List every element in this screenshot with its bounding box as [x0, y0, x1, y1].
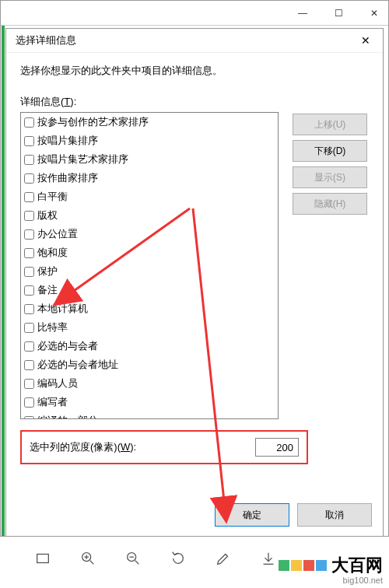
- reorder-buttons: 上移(U) 下移(D) 显示(S) 隐藏(H): [293, 114, 367, 419]
- logo-text: 大百网: [331, 554, 383, 577]
- accent-strip: [2, 26, 5, 536]
- list-item-checkbox[interactable]: [24, 211, 34, 221]
- list-item-label: 编码人员: [37, 376, 78, 391]
- site-logo: 大百网 big100.net: [279, 554, 383, 585]
- zoom-in-icon[interactable]: [79, 550, 96, 567]
- details-label-suffix: ):: [70, 96, 76, 107]
- move-down-button[interactable]: 下移(D): [293, 140, 367, 162]
- dialog-body: 选择你想显示的此文件夹中项目的详细信息。 详细信息(T): 按参与创作的艺术家排…: [6, 53, 383, 464]
- width-label-hotkey: W: [121, 441, 130, 453]
- list-item-checkbox[interactable]: [24, 304, 34, 314]
- list-item-label: 按唱片集艺术家排序: [37, 152, 128, 167]
- move-up-button[interactable]: 上移(U): [293, 114, 367, 135]
- list-item-label: 办公位置: [37, 226, 78, 242]
- list-item-checkbox[interactable]: [24, 285, 34, 296]
- dialog-close-button[interactable]: ✕: [358, 34, 373, 47]
- download-icon[interactable]: [260, 550, 277, 567]
- list-item-label: 编译的一部分: [37, 413, 98, 419]
- list-item-checkbox[interactable]: [24, 360, 34, 370]
- list-item-checkbox[interactable]: [24, 173, 34, 184]
- dialog-title-text: 选择详细信息: [16, 33, 76, 47]
- cancel-button[interactable]: 取消: [297, 503, 372, 527]
- svg-line-4: [90, 561, 94, 565]
- list-item-checkbox[interactable]: [24, 416, 34, 420]
- list-item[interactable]: 白平衡: [21, 187, 278, 206]
- list-item-label: 比特率: [37, 320, 68, 335]
- svg-line-8: [135, 561, 139, 565]
- list-item-checkbox[interactable]: [24, 155, 34, 165]
- svg-rect-2: [37, 555, 49, 563]
- minimize-button[interactable]: —: [292, 4, 314, 23]
- content-row: 按参与创作的艺术家排序按唱片集排序按唱片集艺术家排序按作曲家排序白平衡版权办公位…: [20, 112, 369, 419]
- window-titlebar: — ☐ ✕: [1, 1, 388, 26]
- list-item-checkbox[interactable]: [24, 379, 34, 389]
- viewer-toolbar: 大百网 big100.net: [0, 537, 389, 588]
- column-width-row: 选中列的宽度(像素)(W):: [20, 430, 308, 464]
- list-item-label: 备注: [37, 282, 58, 298]
- zoom-out-icon[interactable]: [124, 550, 142, 567]
- list-item[interactable]: 按唱片集排序: [21, 131, 278, 150]
- list-item[interactable]: 比特率: [21, 318, 278, 337]
- list-item[interactable]: 编写者: [21, 393, 278, 411]
- details-label-prefix: 详细信息(: [20, 96, 64, 107]
- dialog-footer: 确定 取消: [215, 503, 372, 527]
- width-label-prefix: 选中列的宽度(像素)(: [30, 441, 121, 453]
- logo-square: [291, 560, 302, 571]
- list-item-label: 必选的与会者地址: [37, 357, 118, 373]
- details-listbox[interactable]: 按参与创作的艺术家排序按唱片集排序按唱片集艺术家排序按作曲家排序白平衡版权办公位…: [20, 112, 279, 419]
- logo-square: [279, 560, 289, 571]
- list-item-label: 饱和度: [37, 245, 68, 261]
- list-item[interactable]: 保护: [21, 262, 278, 281]
- column-width-label: 选中列的宽度(像素)(W):: [30, 440, 136, 454]
- list-item-label: 保护: [37, 264, 58, 279]
- list-item-checkbox[interactable]: [24, 136, 34, 146]
- list-item[interactable]: 按参与创作的艺术家排序: [21, 113, 278, 131]
- dialog-instruction: 选择你想显示的此文件夹中项目的详细信息。: [20, 64, 369, 78]
- list-item[interactable]: 办公位置: [21, 225, 278, 243]
- logo-square: [316, 560, 327, 571]
- list-item[interactable]: 编码人员: [21, 374, 278, 393]
- list-item-label: 必选的与会者: [37, 338, 98, 354]
- edit-icon[interactable]: [215, 550, 232, 567]
- list-item[interactable]: 编译的一部分: [21, 411, 278, 419]
- window-close-button[interactable]: ✕: [363, 4, 385, 23]
- list-item[interactable]: 本地计算机: [21, 299, 278, 318]
- list-item-checkbox[interactable]: [24, 323, 34, 333]
- dialog-titlebar: 选择详细信息 ✕: [6, 29, 383, 53]
- list-item-checkbox[interactable]: [24, 229, 34, 240]
- list-item-checkbox[interactable]: [24, 192, 34, 202]
- list-item-label: 按参与创作的艺术家排序: [37, 114, 149, 130]
- rotate-icon[interactable]: [170, 550, 187, 567]
- width-label-suffix: ):: [130, 441, 136, 453]
- hide-button[interactable]: 隐藏(H): [293, 193, 367, 215]
- show-button[interactable]: 显示(S): [293, 166, 367, 188]
- list-item-label: 白平衡: [37, 189, 68, 205]
- list-item[interactable]: 饱和度: [21, 243, 278, 262]
- logo-square: [303, 560, 314, 571]
- column-width-input[interactable]: [255, 438, 299, 457]
- list-item-label: 本地计算机: [37, 301, 88, 317]
- fit-icon[interactable]: [34, 550, 51, 567]
- list-item-label: 编写者: [37, 394, 68, 410]
- list-item-checkbox[interactable]: [24, 117, 34, 128]
- list-item-checkbox[interactable]: [24, 248, 34, 258]
- maximize-button[interactable]: ☐: [328, 4, 349, 23]
- list-item[interactable]: 必选的与会者: [21, 337, 278, 355]
- list-item-label: 按作曲家排序: [37, 170, 98, 186]
- tool-row: [34, 550, 277, 567]
- logo-subtext: big100.net: [279, 576, 383, 585]
- list-item-checkbox[interactable]: [24, 341, 34, 352]
- list-item-checkbox[interactable]: [24, 397, 34, 408]
- choose-details-dialog: 选择详细信息 ✕ 选择你想显示的此文件夹中项目的详细信息。 详细信息(T): 按…: [5, 28, 384, 537]
- list-item[interactable]: 按唱片集艺术家排序: [21, 150, 278, 169]
- list-item-label: 版权: [37, 208, 58, 223]
- logo-squares: [279, 560, 327, 571]
- list-item[interactable]: 按作曲家排序: [21, 169, 278, 187]
- list-item[interactable]: 版权: [21, 206, 278, 225]
- list-item-label: 按唱片集排序: [37, 133, 98, 149]
- ok-button[interactable]: 确定: [215, 503, 289, 527]
- list-item[interactable]: 必选的与会者地址: [21, 355, 278, 374]
- list-item-checkbox[interactable]: [24, 267, 34, 277]
- details-section-label: 详细信息(T):: [20, 95, 369, 109]
- list-item[interactable]: 备注: [21, 281, 278, 299]
